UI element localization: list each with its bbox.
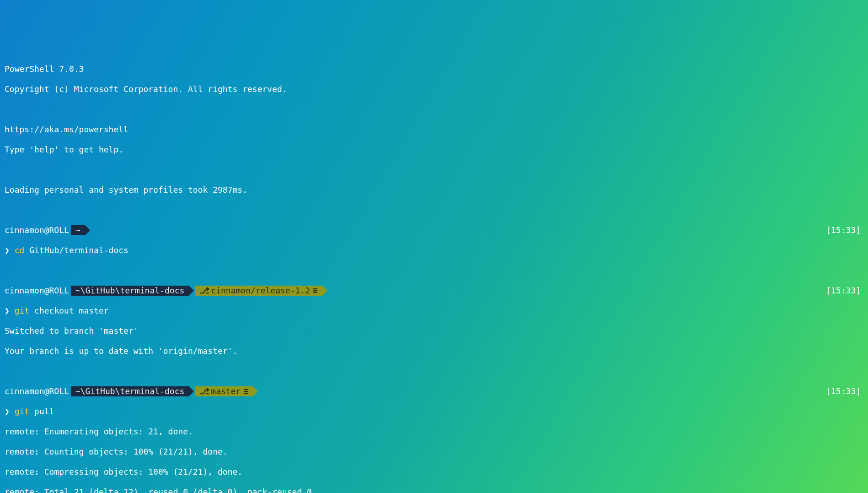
git-clean-icon: ≡ — [313, 286, 318, 296]
git-clean-icon: ≡ — [243, 386, 248, 396]
output-line: remote: Total 21 (delta 12), reused 0 (d… — [5, 487, 312, 493]
output-line: remote: Compressing objects: 100% (21/21… — [5, 467, 242, 477]
cwd-text: ~\GitHub\terminal-docs — [75, 386, 184, 396]
output-line: remote: Counting objects: 100% (21/21), … — [5, 447, 228, 457]
cwd-text: ~\GitHub\terminal-docs — [75, 286, 184, 296]
prompt-marker: ❯ — [5, 245, 10, 255]
branch-icon: ⎇ — [200, 286, 209, 296]
cwd-text: ~ — [75, 225, 80, 235]
branch-icon: ⎇ — [200, 386, 209, 396]
cmd-keyword: cd — [15, 245, 25, 255]
command-line[interactable]: ❯ git checkout master — [5, 306, 863, 316]
user-host: cinnamon@ROLL — [5, 225, 69, 235]
branch-name: cinnamon/release-1.2 — [211, 286, 310, 296]
ps-version: PowerShell 7.0.3 — [5, 64, 84, 74]
git-branch-segment: ⎇ master ≡ — [195, 386, 253, 396]
path-segment: ~\GitHub\terminal-docs — [71, 386, 189, 396]
timestamp: [15:33] — [826, 286, 863, 296]
profiles-load-msg: Loading personal and system profiles too… — [5, 185, 247, 195]
prompt-marker: ❯ — [5, 406, 10, 417]
cmd-args: pull — [29, 406, 54, 417]
git-branch-segment: ⎇ cinnamon/release-1.2 ≡ — [195, 286, 322, 296]
ps-link: https://aka.ms/powershell — [5, 125, 129, 135]
prompt-marker: ❯ — [5, 306, 10, 316]
command-line[interactable]: ❯ cd GitHub/terminal-docs — [5, 245, 863, 255]
timestamp: [15:33] — [826, 225, 863, 235]
terminal-viewport[interactable]: PowerShell 7.0.3 Copyright (c) Microsoft… — [5, 44, 863, 493]
prompt-line: cinnamon@ROLL ~ [15:33] — [5, 225, 863, 235]
ps-copyright: Copyright (c) Microsoft Corporation. All… — [5, 84, 287, 94]
user-host: cinnamon@ROLL — [5, 286, 69, 296]
prompt-line: cinnamon@ROLL ~\GitHub\terminal-docs ⎇ m… — [5, 386, 863, 396]
output-line: Your branch is up to date with 'origin/m… — [5, 346, 237, 356]
timestamp: [15:33] — [826, 386, 863, 396]
path-segment: ~\GitHub\terminal-docs — [71, 286, 189, 296]
prompt-line: cinnamon@ROLL ~\GitHub\terminal-docs ⎇ c… — [5, 286, 863, 296]
cmd-keyword: git — [15, 306, 30, 316]
user-host: cinnamon@ROLL — [5, 386, 69, 396]
output-line: Switched to branch 'master' — [5, 326, 139, 336]
output-line: remote: Enumerating objects: 21, done. — [5, 427, 193, 437]
branch-name: master — [211, 386, 241, 396]
ps-help-hint: Type 'help' to get help. — [5, 145, 123, 155]
path-segment: ~ — [71, 225, 85, 235]
cmd-args: checkout master — [29, 306, 108, 316]
cmd-args: GitHub/terminal-docs — [24, 245, 129, 255]
command-line[interactable]: ❯ git pull — [5, 406, 863, 417]
cmd-keyword: git — [15, 406, 30, 417]
